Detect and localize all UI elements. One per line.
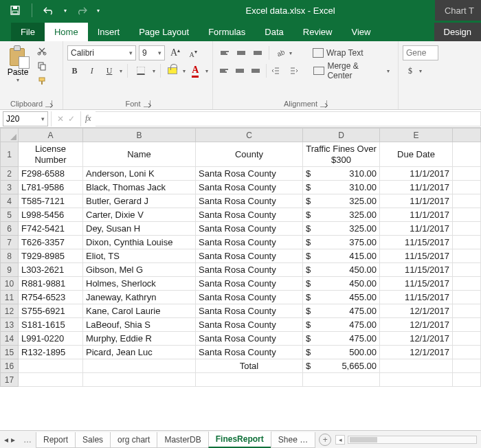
sheet-tab[interactable]: Sales: [75, 432, 111, 448]
sheet-tab[interactable]: MasterDB: [157, 432, 208, 448]
underline-button[interactable]: U: [102, 63, 116, 78]
cell[interactable]: [83, 359, 196, 373]
cell[interactable]: LaBeouf, Shia S: [83, 318, 196, 332]
sheet-nav-prev[interactable]: ◂: [4, 435, 8, 445]
cell[interactable]: $325.00: [303, 194, 380, 208]
font-name-combo[interactable]: Calibri▾: [67, 45, 136, 60]
row-header[interactable]: 17: [1, 373, 19, 387]
sheet-overflow-left[interactable]: …: [19, 435, 36, 445]
alignment-dialog-launcher[interactable]: [320, 100, 327, 107]
row-header[interactable]: 16: [1, 359, 19, 373]
cell[interactable]: Due Date: [380, 142, 453, 167]
cell[interactable]: Santa Rosa County: [196, 346, 303, 359]
scroll-left-button[interactable]: ◂: [335, 435, 345, 445]
orientation-button[interactable]: ab: [273, 45, 288, 60]
cell[interactable]: 11/15/2017: [380, 236, 453, 249]
col-header-D[interactable]: D: [303, 128, 380, 142]
sheet-tab[interactable]: FinesReport: [208, 432, 271, 448]
cell[interactable]: T929-8985: [19, 249, 83, 263]
cell[interactable]: L781-9586: [19, 181, 83, 194]
tab-file[interactable]: File: [11, 23, 45, 41]
cell[interactable]: Santa Rosa County: [196, 181, 303, 194]
increase-font-button[interactable]: A▴: [168, 45, 183, 60]
cell[interactable]: 11/1/2017: [380, 208, 453, 222]
format-painter-button[interactable]: [34, 74, 49, 88]
font-dialog-launcher[interactable]: [144, 100, 150, 107]
cell[interactable]: Santa Rosa County: [196, 332, 303, 346]
cell[interactable]: Janeway, Kathryn: [83, 291, 196, 304]
cell[interactable]: Holmes, Sherlock: [83, 277, 196, 291]
align-center-button[interactable]: [233, 63, 247, 78]
cell[interactable]: Santa Rosa County: [196, 263, 303, 277]
copy-button[interactable]: [34, 59, 49, 73]
cell[interactable]: [380, 359, 453, 373]
cell[interactable]: $475.00: [303, 318, 380, 332]
redo-button[interactable]: [72, 1, 91, 19]
col-header-blank[interactable]: [453, 128, 481, 142]
font-color-button[interactable]: A: [188, 63, 203, 78]
sheet-nav-next[interactable]: ▸: [11, 435, 15, 445]
sheet-tab[interactable]: Report: [36, 432, 76, 448]
tab-formulas[interactable]: Formulas: [199, 23, 255, 41]
cell[interactable]: L303-2621: [19, 263, 83, 277]
cell[interactable]: $375.00: [303, 236, 380, 249]
sheet-tab[interactable]: org chart: [110, 432, 157, 448]
tab-design[interactable]: Design: [434, 23, 481, 41]
row-header[interactable]: 8: [1, 249, 19, 263]
name-box[interactable]: J20▾: [3, 111, 48, 126]
cell[interactable]: Black, Thomas Jack: [83, 181, 196, 194]
row-header[interactable]: 13: [1, 318, 19, 332]
cell[interactable]: Kane, Carol Laurie: [83, 304, 196, 318]
align-left-button[interactable]: [217, 63, 232, 78]
accounting-format-button[interactable]: $: [403, 63, 418, 78]
formula-input[interactable]: [96, 111, 481, 126]
col-header-A[interactable]: A: [19, 128, 83, 142]
row-header[interactable]: 6: [1, 222, 19, 236]
cell[interactable]: $415.00: [303, 249, 380, 263]
tab-data[interactable]: Data: [255, 23, 293, 41]
cell[interactable]: $310.00: [303, 167, 380, 181]
cell[interactable]: 11/15/2017: [380, 263, 453, 277]
save-button[interactable]: [5, 1, 25, 19]
formula-cancel-button[interactable]: ✕: [57, 114, 64, 124]
cell[interactable]: F298-6588: [19, 167, 83, 181]
row-header[interactable]: 12: [1, 304, 19, 318]
cell[interactable]: Santa Rosa County: [196, 277, 303, 291]
formula-enter-button[interactable]: ✓: [68, 114, 75, 124]
cell[interactable]: Santa Rosa County: [196, 208, 303, 222]
cell[interactable]: 11/1/2017: [380, 167, 453, 181]
number-format-combo[interactable]: Gene: [403, 45, 438, 60]
row-header[interactable]: 11: [1, 291, 19, 304]
cell[interactable]: Name: [83, 142, 196, 167]
fill-color-button[interactable]: [166, 63, 180, 78]
cell[interactable]: 11/15/2017: [380, 277, 453, 291]
cell[interactable]: [19, 359, 83, 373]
cell[interactable]: Santa Rosa County: [196, 304, 303, 318]
cell[interactable]: 12/1/2017: [380, 332, 453, 346]
cut-button[interactable]: [34, 44, 49, 58]
font-size-combo[interactable]: 9▾: [139, 45, 165, 60]
cell[interactable]: Murphy, Eddie R: [83, 332, 196, 346]
tab-page-layout[interactable]: Page Layout: [129, 23, 199, 41]
horizontal-scrollbar[interactable]: ◂: [331, 435, 481, 445]
cell[interactable]: Santa Rosa County: [196, 291, 303, 304]
row-header[interactable]: 3: [1, 181, 19, 194]
cell[interactable]: Eliot, TS: [83, 249, 196, 263]
cell[interactable]: L991-0220: [19, 332, 83, 346]
wrap-text-button[interactable]: Wrap Text: [309, 45, 368, 60]
cell[interactable]: 11/1/2017: [380, 194, 453, 208]
merge-center-button[interactable]: Merge & Center▾: [309, 63, 394, 78]
cell[interactable]: $310.00: [303, 181, 380, 194]
undo-dropdown[interactable]: ▾: [64, 8, 67, 14]
row-header[interactable]: 9: [1, 263, 19, 277]
cell[interactable]: R132-1895: [19, 346, 83, 359]
cell[interactable]: F742-5421: [19, 222, 83, 236]
cell[interactable]: Total: [196, 359, 303, 373]
cell[interactable]: L998-5456: [19, 208, 83, 222]
col-header-B[interactable]: B: [83, 128, 196, 142]
align-top-button[interactable]: [217, 45, 232, 60]
cell[interactable]: Gibson, Mel G: [83, 263, 196, 277]
row-header[interactable]: 7: [1, 236, 19, 249]
cell[interactable]: County: [196, 142, 303, 167]
cell[interactable]: Santa Rosa County: [196, 194, 303, 208]
